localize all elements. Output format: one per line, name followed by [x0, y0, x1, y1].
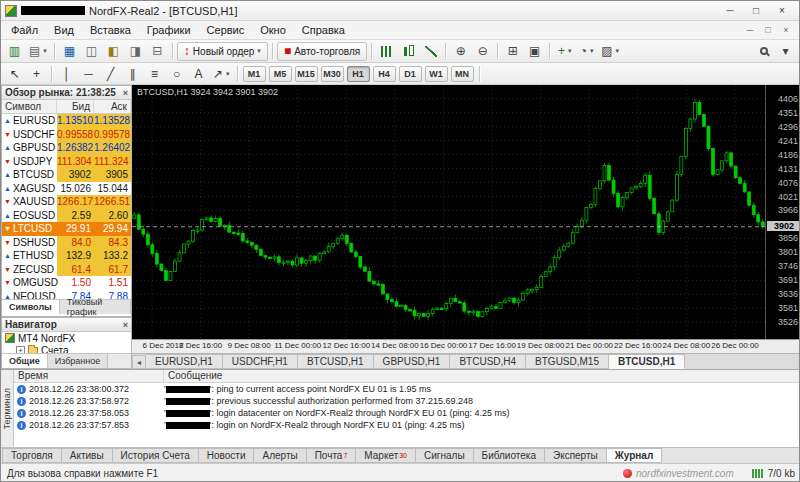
templates-icon[interactable]: ▨▾: [598, 42, 622, 61]
market-watch-row[interactable]: ▲XAGUSD15.02615.044: [2, 182, 131, 196]
chart-area[interactable]: BTCUSD,H1 3924 3942 3901 3902 4406435142…: [132, 85, 800, 353]
profiles-icon[interactable]: ▤▾: [26, 42, 50, 61]
terminal-tab[interactable]: Почта7: [307, 448, 357, 463]
terminal-tab[interactable]: Маркет30: [356, 448, 416, 463]
child-minimize-button[interactable]: ─: [741, 24, 759, 37]
chart-tab[interactable]: EURUSD,H1: [146, 354, 223, 369]
tab-favorites[interactable]: Избранное: [48, 354, 109, 368]
market-watch-row[interactable]: ▼ZECUSD61.461.7: [2, 263, 131, 277]
zoom-in-icon[interactable]: ⊕: [450, 42, 471, 61]
terminal-vertical-tab[interactable]: Терминал: [1, 370, 14, 448]
market-watch-row[interactable]: ▼LTCUSD29.9129.94: [2, 222, 131, 236]
column-message[interactable]: Сообщение: [164, 370, 800, 382]
terminal-tab[interactable]: Эксперты: [545, 448, 607, 463]
chart-tab[interactable]: BTCUSD,H1: [609, 354, 685, 369]
terminal-tab[interactable]: Новости: [199, 448, 255, 463]
child-restore-button[interactable]: □: [759, 24, 777, 37]
timeframe-button-m15[interactable]: M15: [295, 66, 318, 82]
tile-windows-icon[interactable]: ⊞: [502, 42, 523, 61]
chart-tab[interactable]: BTCUSD,H1: [298, 354, 374, 369]
strategy-tester-icon[interactable]: ⊟: [147, 42, 168, 61]
cascade-windows-icon[interactable]: ▣: [524, 42, 545, 61]
market-watch-row[interactable]: ▲EURUSD1.135101.13528: [2, 114, 131, 128]
tab-common[interactable]: Общие: [2, 354, 48, 368]
menu-item[interactable]: Графики: [139, 22, 199, 38]
market-watch-row[interactable]: ▲GBPUSD1.263821.26402: [2, 141, 131, 155]
tab-scroll-left-icon[interactable]: ◄: [132, 355, 146, 369]
close-icon[interactable]: ×: [123, 320, 128, 330]
terminal-icon[interactable]: ◨: [125, 42, 146, 61]
terminal-tab[interactable]: Библиотека: [474, 448, 545, 463]
candlestick-chart-icon[interactable]: [398, 42, 419, 61]
timeframe-button-h1[interactable]: H1: [347, 66, 370, 82]
time-axis[interactable]: 6 Dec 20187 Dec 16:009 Dec 08:0011 Dec 0…: [132, 339, 765, 353]
data-window-icon[interactable]: ◫: [81, 42, 102, 61]
new-chart-icon[interactable]: ▥: [4, 42, 25, 61]
line-chart-icon[interactable]: [420, 42, 441, 61]
terminal-tab[interactable]: Сигналы: [416, 448, 474, 463]
close-icon[interactable]: ×: [123, 88, 128, 98]
crosshair-icon[interactable]: +: [26, 64, 47, 83]
chart-tab[interactable]: BTGUSD,M15: [526, 354, 609, 369]
horizontal-line-icon[interactable]: ─: [78, 64, 99, 83]
market-watch-row[interactable]: ▼DSHUSD84.084.3: [2, 236, 131, 250]
toolbar-overflow-icon[interactable]: ▾: [775, 42, 796, 61]
zoom-out-icon[interactable]: ⊖: [472, 42, 493, 61]
market-watch-row[interactable]: ▲EOSUSD2.592.60: [2, 209, 131, 223]
menu-item[interactable]: Окно: [252, 22, 294, 38]
market-watch-row[interactable]: ▼USDCHF0.995580.99578: [2, 128, 131, 142]
timeframe-button-w1[interactable]: W1: [425, 66, 448, 82]
text-label-icon[interactable]: A: [188, 64, 209, 83]
menu-item[interactable]: Сервис: [199, 22, 253, 38]
bar-chart-icon[interactable]: [376, 42, 397, 61]
timeframe-button-m30[interactable]: M30: [321, 66, 344, 82]
chart-tab[interactable]: GBPUSD,H1: [374, 354, 451, 369]
auto-trading-button[interactable]: ■Авто-торговля: [277, 42, 367, 61]
market-watch-row[interactable]: ▼USDJPY111.304111.324: [2, 155, 131, 169]
market-watch-row[interactable]: ▲BTCUSD39023905: [2, 168, 131, 182]
timeframe-button-d1[interactable]: D1: [399, 66, 422, 82]
shapes-icon[interactable]: ○: [166, 64, 187, 83]
candlestick-chart[interactable]: [132, 85, 765, 339]
close-button[interactable]: ×: [769, 3, 795, 19]
navigator-root-item[interactable]: MT4 NordFX: [2, 332, 131, 344]
vertical-line-icon[interactable]: │: [56, 64, 77, 83]
tab-tick-chart[interactable]: Тиковый график: [60, 300, 131, 314]
terminal-tab[interactable]: Активы: [62, 448, 113, 463]
channel-icon[interactable]: ∥: [122, 64, 143, 83]
column-time[interactable]: Время: [14, 370, 164, 382]
price-scale[interactable]: 4406435142964241418641314076402139663911…: [765, 85, 800, 339]
terminal-tab[interactable]: Алерты: [254, 448, 306, 463]
maximize-button[interactable]: □: [743, 3, 769, 19]
tab-symbols[interactable]: Символы: [2, 300, 60, 314]
chart-tab[interactable]: BTCUSD,H4: [450, 354, 526, 369]
new-order-button[interactable]: ↕Новый ордер▾: [177, 42, 268, 61]
indicators-icon[interactable]: +▾: [554, 42, 575, 61]
market-watch-row[interactable]: ▼XAUUSD1266.171266.51: [2, 195, 131, 209]
chart-tab[interactable]: USDCHF,H1: [223, 354, 298, 369]
column-bid[interactable]: Бид: [57, 100, 94, 113]
column-ask[interactable]: Аск: [94, 100, 131, 113]
menu-item[interactable]: Вид: [46, 22, 82, 38]
menu-item[interactable]: Вставка: [82, 22, 139, 38]
column-symbol[interactable]: Символ: [2, 100, 57, 113]
navigator-icon[interactable]: ◧: [103, 42, 124, 61]
market-watch-icon[interactable]: ▦: [59, 42, 80, 61]
minimize-button[interactable]: ─: [717, 3, 743, 19]
cursor-icon[interactable]: ↖: [4, 64, 25, 83]
market-watch-row[interactable]: ▲ETHUSD132.9133.2: [2, 249, 131, 263]
timeframe-button-m5[interactable]: M5: [269, 66, 292, 82]
terminal-tab[interactable]: Торговля: [2, 448, 62, 463]
trendline-icon[interactable]: ╱: [100, 64, 121, 83]
periods-icon[interactable]: ◔▾: [576, 42, 597, 61]
timeframe-button-mn[interactable]: MN: [451, 66, 474, 82]
fibonacci-icon[interactable]: ≡: [144, 64, 165, 83]
market-watch-row[interactable]: ▼OMGUSD1.501.51: [2, 276, 131, 290]
terminal-tab[interactable]: Журнал: [607, 448, 663, 463]
arrow-objects-icon[interactable]: ↗▾: [210, 64, 233, 83]
terminal-tab[interactable]: История Счета: [113, 448, 199, 463]
timeframe-button-m1[interactable]: M1: [243, 66, 266, 82]
search-icon[interactable]: [753, 42, 774, 61]
menu-item[interactable]: Файл: [3, 22, 46, 38]
child-close-button[interactable]: ×: [777, 24, 795, 37]
